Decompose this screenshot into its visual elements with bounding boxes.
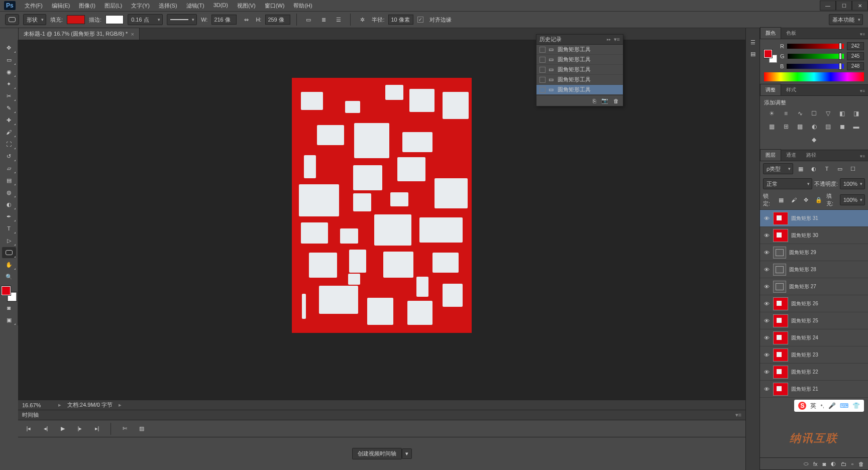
dodge-tool[interactable]: ◐ [2, 199, 16, 210]
panel-menu-icon[interactable]: ▾≡ [857, 30, 868, 39]
posterize-icon[interactable]: ▤ [824, 123, 833, 131]
brush-tool[interactable]: 🖌 [2, 127, 16, 138]
r-slider[interactable] [787, 44, 844, 49]
panel-menu-icon[interactable]: ▾≡ [857, 86, 868, 95]
layer-row[interactable]: 👁圆角矩形 24 [760, 329, 868, 346]
layer-list[interactable]: 👁圆角矩形 31👁圆角矩形 30👁圆角矩形 29👁圆角矩形 28👁圆角矩形 27… [760, 210, 868, 457]
eraser-tool[interactable]: ▱ [2, 163, 16, 174]
new-layer-icon[interactable]: ▫ [851, 461, 853, 467]
clone-stamp-tool[interactable]: ⛶ [2, 139, 16, 150]
filter-adjust-icon[interactable]: ◐ [808, 163, 819, 174]
history-panel[interactable]: 历史记录▸▸▾≡ ▭圆角矩形工具▭圆角矩形工具▭圆角矩形工具▭圆角矩形工具▭圆角… [536, 34, 623, 106]
height-field[interactable]: 259 像 [265, 15, 290, 25]
window-maximize-button[interactable]: ☐ [836, 1, 852, 11]
lock-all-icon[interactable]: 🔒 [814, 194, 823, 205]
healing-brush-tool[interactable]: ✚ [2, 114, 16, 126]
stroke-width-field[interactable]: 0.16 点 [128, 14, 163, 25]
history-strip-icon[interactable]: ☰ [750, 39, 755, 46]
visibility-icon[interactable]: 👁 [763, 215, 770, 221]
goto-last-icon[interactable]: ▸| [91, 423, 102, 434]
levels-icon[interactable]: ≡ [782, 109, 791, 118]
layer-row[interactable]: 👁圆角矩形 28 [760, 261, 868, 278]
tab-paths[interactable]: 路径 [801, 150, 821, 161]
eyedropper-tool[interactable]: ✎ [2, 102, 16, 113]
visibility-icon[interactable]: 👁 [763, 335, 770, 341]
ime-voice-icon[interactable]: 🎤 [828, 402, 836, 409]
quickmask-toggle[interactable]: ◙ [2, 302, 16, 313]
layer-mask-icon[interactable]: ◙ [822, 461, 826, 467]
tab-layers[interactable]: 图层 [760, 149, 781, 161]
blur-tool[interactable]: ◍ [2, 187, 16, 198]
b-slider[interactable] [787, 64, 844, 69]
new-group-icon[interactable]: 🗀 [841, 461, 846, 467]
stroke-swatch[interactable] [105, 15, 124, 24]
screenmode-toggle[interactable]: ▣ [2, 314, 16, 325]
layer-row[interactable]: 👁圆角矩形 26 [760, 295, 868, 312]
path-select-tool[interactable]: ▷ [2, 235, 16, 246]
menu-filter[interactable]: 滤镜(T) [182, 0, 208, 12]
layer-row[interactable]: 👁圆角矩形 30 [760, 227, 868, 244]
history-item[interactable]: ▭圆角矩形工具 [536, 65, 623, 75]
play-icon[interactable]: ▶ [57, 423, 68, 434]
menu-edit[interactable]: 编辑(E) [48, 0, 74, 12]
collapse-icon[interactable]: ▸▸ [607, 37, 611, 42]
stroke-style-dropdown[interactable] [167, 14, 197, 25]
menu-view[interactable]: 视图(V) [233, 0, 260, 12]
layer-row[interactable]: 👁圆角矩形 25 [760, 312, 868, 329]
color-spectrum[interactable] [764, 72, 864, 81]
ime-punct-icon[interactable]: •, [820, 402, 824, 409]
layer-filter-dropdown[interactable]: ρ 类型 [763, 163, 793, 174]
canvas-viewport[interactable] [18, 40, 745, 400]
width-field[interactable]: 216 像 [211, 15, 237, 25]
window-close-button[interactable]: ✕ [852, 1, 868, 11]
history-item[interactable]: ▭圆角矩形工具 [536, 45, 623, 55]
ime-skin-icon[interactable]: 👕 [852, 402, 860, 409]
selective-color-icon[interactable]: ◆ [810, 136, 819, 144]
workspace-switcher[interactable]: 基本功能 [829, 14, 863, 25]
layer-row[interactable]: 👁圆角矩形 27 [760, 278, 868, 295]
color-lookup-icon[interactable]: ▩ [796, 123, 805, 131]
g-slider[interactable] [788, 54, 844, 59]
visibility-icon[interactable]: 👁 [763, 232, 770, 239]
path-ops-icon[interactable]: ▭ [303, 14, 314, 25]
gear-icon[interactable]: ✲ [357, 14, 368, 25]
zoom-field[interactable]: 16.67% [22, 402, 52, 408]
tab-styles[interactable]: 样式 [781, 84, 801, 95]
visibility-icon[interactable]: 👁 [763, 284, 770, 290]
filter-pixel-icon[interactable]: ▦ [795, 163, 806, 174]
menu-window[interactable]: 窗口(W) [261, 0, 289, 12]
invert-icon[interactable]: ◐ [810, 123, 819, 131]
ime-lang[interactable]: 英 [810, 402, 816, 410]
tool-preset-picker[interactable] [5, 14, 19, 25]
visibility-icon[interactable]: 👁 [763, 250, 770, 256]
visibility-icon[interactable]: 👁 [763, 386, 770, 392]
history-item[interactable]: ▭圆角矩形工具 [536, 85, 623, 95]
link-layers-icon[interactable]: ⬭ [804, 460, 808, 467]
menu-file[interactable]: 文件(F) [21, 0, 47, 12]
r-value[interactable]: 242 [847, 42, 864, 50]
visibility-icon[interactable]: 👁 [763, 318, 770, 324]
align-edges-checkbox[interactable]: ✓ [417, 17, 423, 23]
type-tool[interactable]: T [2, 223, 16, 234]
align-icon[interactable]: ≣ [318, 14, 329, 25]
visibility-icon[interactable]: 👁 [763, 369, 770, 375]
layer-row[interactable]: 👁圆角矩形 23 [760, 346, 868, 364]
radius-field[interactable]: 10 像素 [388, 15, 413, 25]
bw-icon[interactable]: ◨ [852, 109, 861, 118]
close-tab-icon[interactable]: × [131, 31, 134, 37]
rounded-rect-tool[interactable] [2, 247, 16, 258]
tab-channels[interactable]: 通道 [781, 150, 801, 161]
blend-mode-dropdown[interactable]: 正常 [763, 178, 812, 189]
delete-layer-icon[interactable]: 🗑 [858, 461, 864, 467]
exposure-icon[interactable]: ☐ [810, 109, 819, 118]
lock-pixels-icon[interactable]: 🖌 [789, 194, 799, 205]
hand-tool[interactable]: ✋ [2, 259, 16, 270]
visibility-icon[interactable]: 👁 [763, 267, 770, 273]
fill-opacity-field[interactable]: 100% [840, 194, 865, 205]
menu-select[interactable]: 选择(S) [155, 0, 181, 12]
layer-row[interactable]: 👁圆角矩形 22 [760, 364, 868, 381]
opacity-field[interactable]: 100% [840, 178, 865, 189]
shape-mode-dropdown[interactable]: 形状 [23, 14, 46, 25]
menu-3d[interactable]: 3D(D) [209, 0, 232, 12]
link-wh-icon[interactable]: ⇔ [241, 14, 252, 25]
